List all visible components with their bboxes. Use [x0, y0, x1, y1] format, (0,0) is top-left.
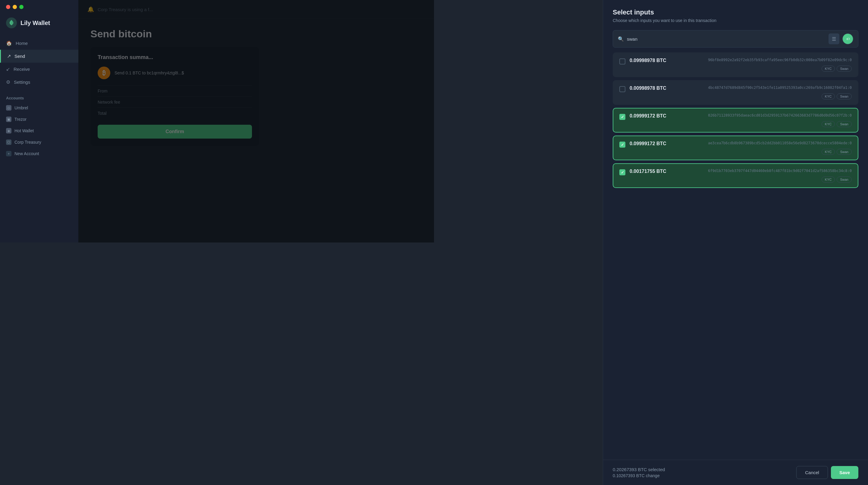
sidebar-item-trezor[interactable]: ▣ Trezor	[0, 114, 79, 125]
trezor-label: Trezor	[14, 117, 27, 122]
sidebar-item-home[interactable]: 🏠 Home	[0, 37, 79, 50]
app-logo: Lily Wallet	[0, 10, 79, 34]
sidebar-item-send-label: Send	[14, 54, 25, 59]
sidebar-item-corp-treasury[interactable]: ⬡ Corp Treasury	[0, 136, 79, 148]
umbrel-label: Umbrel	[14, 105, 28, 110]
main-content-area: 🔔 Corp Treasury is using a f... Send bit…	[79, 0, 434, 243]
hot-wallet-icon: ◈	[6, 128, 11, 133]
main-nav: 🏠 Home ↗ Send ↙ Receive ⚙ Settings	[0, 34, 79, 91]
maximize-button[interactable]	[19, 5, 24, 9]
sidebar-item-home-label: Home	[16, 41, 28, 46]
sidebar-item-umbrel[interactable]: ◇ Umbrel	[0, 102, 79, 114]
corp-treasury-icon: ⬡	[6, 139, 11, 145]
sidebar-item-hot-wallet[interactable]: ◈ Hot Wallet	[0, 125, 79, 136]
new-account-icon: +	[6, 151, 11, 156]
sidebar-item-send[interactable]: ↗ Send	[0, 50, 79, 63]
sidebar-item-settings-label: Settings	[14, 79, 30, 85]
umbrel-icon: ◇	[6, 105, 11, 110]
sidebar-item-settings[interactable]: ⚙ Settings	[0, 75, 79, 89]
new-account-label: New Account	[14, 151, 39, 156]
trezor-icon: ▣	[6, 117, 11, 122]
minimize-button[interactable]	[13, 5, 17, 9]
lily-logo-icon	[6, 18, 17, 28]
settings-icon: ⚙	[6, 79, 10, 85]
close-button[interactable]	[6, 5, 10, 9]
receive-icon: ↙	[6, 66, 10, 72]
sidebar-item-new-account[interactable]: + New Account	[0, 148, 79, 159]
sidebar-item-receive-label: Receive	[13, 67, 30, 72]
traffic-lights	[0, 0, 79, 10]
sidebar-item-receive[interactable]: ↙ Receive	[0, 63, 79, 75]
corp-treasury-label: Corp Treasury	[14, 140, 41, 144]
hot-wallet-label: Hot Wallet	[14, 128, 34, 133]
app-name: Lily Wallet	[21, 20, 50, 27]
send-icon: ↗	[7, 53, 11, 59]
accounts-section-label: Accounts	[0, 91, 79, 102]
home-icon: 🏠	[6, 40, 12, 46]
modal-overlay	[79, 0, 434, 243]
sidebar: Lily Wallet 🏠 Home ↗ Send ↙ Receive ⚙ Se…	[0, 0, 79, 243]
